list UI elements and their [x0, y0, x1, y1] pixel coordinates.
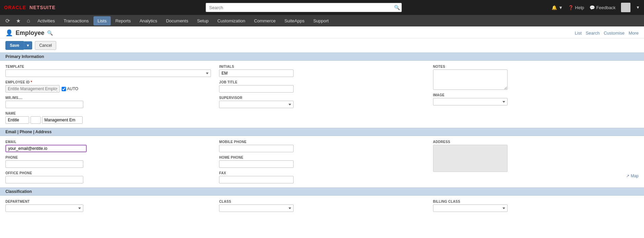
- template-group: TEMPLATE: [5, 65, 211, 77]
- phone-label: PHONE: [5, 156, 211, 159]
- menu-item-transactions[interactable]: Transactions: [60, 16, 93, 25]
- menu-item-activities[interactable]: Activities: [34, 16, 59, 25]
- classification-col-2: CLASS: [219, 200, 425, 212]
- menu-item-setup[interactable]: Setup: [193, 16, 213, 25]
- menu-item-reports[interactable]: Reports: [111, 16, 135, 25]
- billing-class-select[interactable]: [433, 204, 508, 212]
- menu-item-suiteapps[interactable]: SuiteApps: [280, 16, 308, 25]
- notes-group: NOTES: [433, 65, 639, 90]
- first-name-input[interactable]: [5, 116, 29, 124]
- job-title-input[interactable]: [219, 85, 294, 93]
- initials-label: INITIALS: [219, 65, 425, 68]
- phone-group: PHONE: [5, 156, 211, 168]
- class-label: CLASS: [219, 200, 425, 203]
- primary-col-1: TEMPLATE EMPLOYEE ID * AUTO MR./MS....: [5, 65, 211, 124]
- top-bar: ORACLE NETSUITE 🔍 🔔 ▼ ❓ Help 💬 Feedback …: [0, 0, 644, 15]
- save-button[interactable]: Save: [5, 41, 24, 50]
- notifications-dropdown-icon: ▼: [558, 5, 563, 10]
- classification-form: DEPARTMENT CLASS BILLING CLASS: [0, 196, 644, 216]
- save-dropdown-button[interactable]: ▼: [24, 41, 32, 49]
- action-customise[interactable]: Customise: [604, 31, 624, 36]
- template-select[interactable]: [5, 70, 211, 77]
- supervisor-group: SUPERVISOR: [219, 96, 425, 108]
- search-button[interactable]: 🔍: [394, 5, 400, 10]
- user-name-placeholder: ▼: [636, 5, 640, 10]
- page-title: Employee: [16, 29, 44, 37]
- feedback-button[interactable]: 💬 Feedback: [589, 5, 616, 10]
- address-group: ADDRESS ↗ Map: [433, 140, 639, 178]
- menu-item-analytics[interactable]: Analytics: [135, 16, 161, 25]
- help-button[interactable]: ❓ Help: [568, 5, 584, 10]
- search-bar: 🔍: [206, 3, 402, 12]
- supervisor-select[interactable]: [219, 101, 294, 108]
- department-label: DEPARTMENT: [5, 200, 211, 203]
- classification-col-1: DEPARTMENT: [5, 200, 211, 212]
- menu-item-commerce[interactable]: Commerce: [250, 16, 280, 25]
- name-label: NAME: [5, 112, 211, 115]
- office-phone-label: OFFICE PHONE: [5, 171, 211, 175]
- supervisor-label: SUPERVISOR: [219, 96, 425, 100]
- search-input[interactable]: [206, 3, 402, 12]
- menu-item-support[interactable]: Support: [309, 16, 333, 25]
- notes-textarea[interactable]: [433, 70, 508, 90]
- class-select[interactable]: [219, 204, 294, 212]
- email-col-1: EMAIL PHONE OFFICE PHONE: [5, 140, 211, 183]
- mr-ms-input[interactable]: [5, 101, 83, 108]
- email-form: EMAIL PHONE OFFICE PHONE MOBILE PHONE HO…: [0, 136, 644, 187]
- logo: ORACLE NETSUITE: [4, 5, 56, 10]
- action-search[interactable]: Search: [586, 31, 600, 36]
- initials-group: INITIALS: [219, 65, 425, 77]
- page-search-icon[interactable]: 🔍: [47, 30, 53, 36]
- menu-item-customization[interactable]: Customization: [213, 16, 249, 25]
- home-button[interactable]: ⌂: [24, 16, 33, 25]
- home-phone-input[interactable]: [219, 160, 294, 168]
- auto-checkbox[interactable]: [62, 87, 66, 91]
- menu-item-lists[interactable]: Lists: [93, 16, 111, 25]
- class-group: CLASS: [219, 200, 425, 212]
- employee-id-input[interactable]: [5, 85, 60, 93]
- action-more[interactable]: More: [628, 31, 639, 36]
- email-input[interactable]: [5, 145, 87, 152]
- menu-bar: ⟳ ★ ⌂ Activities Transactions Lists Repo…: [0, 15, 644, 26]
- history-button[interactable]: ⟳: [3, 16, 13, 25]
- avatar: [621, 3, 630, 12]
- billing-class-label: BILLING CLASS: [433, 200, 639, 203]
- star-button[interactable]: ★: [13, 16, 23, 25]
- department-select[interactable]: [5, 204, 83, 212]
- office-phone-input[interactable]: [5, 176, 83, 183]
- auto-label: AUTO: [62, 86, 78, 91]
- map-link[interactable]: ↗ Map: [433, 174, 639, 178]
- phone-input[interactable]: [5, 160, 83, 168]
- page-header: 👤 Employee 🔍 List Search Customise More: [0, 26, 644, 38]
- mobile-phone-input[interactable]: [219, 145, 294, 152]
- name-group: NAME: [5, 112, 211, 124]
- primary-info-header: Primary Information: [0, 53, 644, 61]
- feedback-label: Feedback: [596, 5, 616, 10]
- page-title-area: 👤 Employee 🔍: [5, 29, 53, 37]
- logo-netsuite: NETSUITE: [29, 5, 56, 10]
- initials-input[interactable]: [219, 70, 294, 77]
- address-box: [433, 145, 508, 172]
- classification-col-3: BILLING CLASS: [433, 200, 639, 212]
- cancel-button[interactable]: Cancel: [35, 41, 56, 50]
- action-bar: Save ▼ Cancel: [0, 38, 644, 53]
- person-icon: 👤: [5, 29, 13, 37]
- resize-icon: ↗: [626, 174, 629, 178]
- classification-header: Classification: [0, 187, 644, 196]
- menu-item-documents[interactable]: Documents: [162, 16, 192, 25]
- last-name-input[interactable]: [42, 116, 83, 124]
- image-label: IMAGE: [433, 93, 639, 97]
- image-select[interactable]: [433, 98, 508, 105]
- office-phone-group: OFFICE PHONE: [5, 171, 211, 183]
- action-list[interactable]: List: [575, 31, 582, 36]
- notes-label: NOTES: [433, 65, 639, 68]
- fax-input[interactable]: [219, 176, 294, 183]
- address-label: ADDRESS: [433, 140, 639, 144]
- employee-id-label: EMPLOYEE ID *: [5, 80, 211, 84]
- chevron-down-icon: ▼: [26, 43, 30, 47]
- middle-initial-input[interactable]: [30, 116, 41, 124]
- home-phone-group: HOME PHONE: [219, 156, 425, 168]
- notifications-button[interactable]: 🔔 ▼: [552, 5, 563, 10]
- primary-col-3: NOTES IMAGE: [433, 65, 639, 124]
- employee-id-row: AUTO: [5, 85, 211, 93]
